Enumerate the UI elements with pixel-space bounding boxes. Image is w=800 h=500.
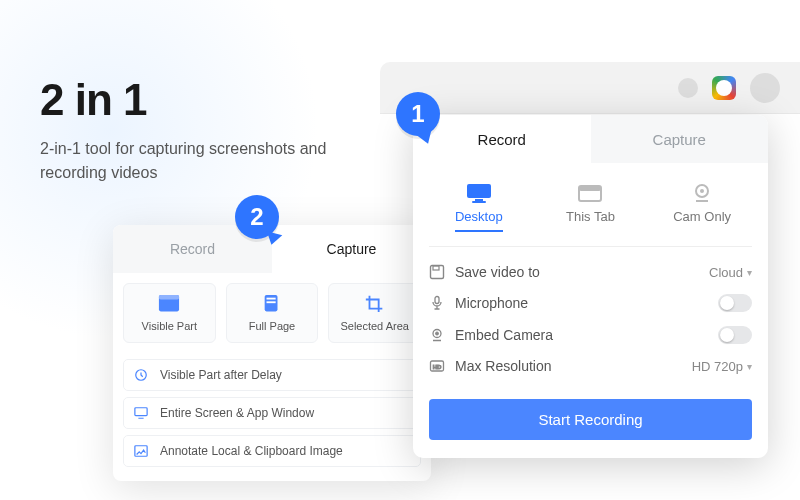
tab-capture[interactable]: Capture (272, 225, 431, 273)
svg-rect-1 (159, 295, 179, 300)
capture-mode-label: Visible Part (142, 320, 197, 332)
record-mode-label: This Tab (566, 209, 615, 224)
svg-point-14 (700, 189, 704, 193)
capture-option-label: Annotate Local & Clipboard Image (160, 444, 343, 458)
hd-icon: HD (429, 358, 445, 374)
microphone-icon (429, 295, 445, 311)
record-mode-cam-only[interactable]: Cam Only (647, 175, 758, 242)
svg-rect-16 (433, 266, 439, 270)
svg-rect-10 (472, 201, 486, 203)
capture-option-screen[interactable]: Entire Screen & App Window (123, 397, 421, 429)
svg-rect-12 (579, 186, 601, 191)
svg-rect-7 (135, 446, 147, 457)
chevron-down-icon: ▾ (747, 361, 752, 372)
option-label: Microphone (455, 295, 528, 311)
clock-icon (134, 368, 150, 382)
capture-option-label: Visible Part after Delay (160, 368, 282, 382)
svg-rect-4 (266, 301, 275, 303)
option-label: Max Resolution (455, 358, 552, 374)
capture-mode-selected-area[interactable]: Selected Area (328, 283, 421, 343)
tab-icon (577, 183, 603, 203)
svg-point-19 (436, 332, 439, 335)
tab-record[interactable]: Record (413, 115, 591, 163)
capture-option-label: Entire Screen & App Window (160, 406, 314, 420)
chevron-down-icon: ▾ (747, 267, 752, 278)
capture-popup: Record Capture Visible Part Full Page Se… (113, 225, 431, 481)
crop-icon (364, 294, 386, 312)
camera-toggle[interactable] (718, 326, 752, 344)
microphone-toggle[interactable] (718, 294, 752, 312)
svg-rect-3 (266, 298, 275, 300)
option-embed-camera: Embed Camera (429, 319, 752, 351)
monitor-icon (134, 406, 150, 420)
avatar-icon (750, 73, 780, 103)
record-mode-this-tab[interactable]: This Tab (535, 175, 646, 242)
svg-rect-9 (475, 199, 483, 201)
capture-mode-label: Full Page (249, 320, 295, 332)
camera-icon (429, 327, 445, 343)
option-value: HD 720p (692, 359, 743, 374)
toolbar-dot-icon (678, 78, 698, 98)
image-icon (134, 444, 150, 458)
capture-mode-visible-part[interactable]: Visible Part (123, 283, 216, 343)
webcam-icon (689, 183, 715, 203)
capture-mode-full-page[interactable]: Full Page (226, 283, 319, 343)
save-icon (429, 264, 445, 280)
hero-subtitle: 2-in-1 tool for capturing screenshots an… (40, 137, 360, 185)
option-value: Cloud (709, 265, 743, 280)
tab-capture[interactable]: Capture (591, 115, 769, 163)
callout-badge-2: 2 (235, 195, 279, 239)
record-popup: Record Capture Desktop This Tab Cam Only (413, 115, 768, 458)
capture-option-delay[interactable]: Visible Part after Delay (123, 359, 421, 391)
record-mode-label: Cam Only (673, 209, 731, 224)
option-label: Save video to (455, 264, 540, 280)
svg-rect-17 (435, 297, 439, 304)
option-microphone: Microphone (429, 287, 752, 319)
option-label: Embed Camera (455, 327, 553, 343)
record-mode-desktop[interactable]: Desktop (424, 175, 535, 242)
svg-rect-8 (467, 184, 491, 198)
browser-toolbar (380, 62, 800, 114)
window-icon (158, 294, 180, 312)
record-mode-label: Desktop (455, 209, 503, 232)
start-recording-button[interactable]: Start Recording (429, 399, 752, 440)
capture-mode-label: Selected Area (340, 320, 409, 332)
hero-title: 2 in 1 (40, 75, 360, 125)
callout-badge-1: 1 (396, 92, 440, 136)
option-save-video[interactable]: Save video to Cloud ▾ (429, 257, 752, 287)
page-icon (261, 294, 283, 312)
option-max-resolution[interactable]: HD Max Resolution HD 720p ▾ (429, 351, 752, 381)
extension-icon[interactable] (712, 76, 736, 100)
svg-rect-6 (135, 408, 147, 416)
capture-option-annotate[interactable]: Annotate Local & Clipboard Image (123, 435, 421, 467)
svg-text:HD: HD (433, 364, 442, 370)
desktop-icon (466, 183, 492, 203)
